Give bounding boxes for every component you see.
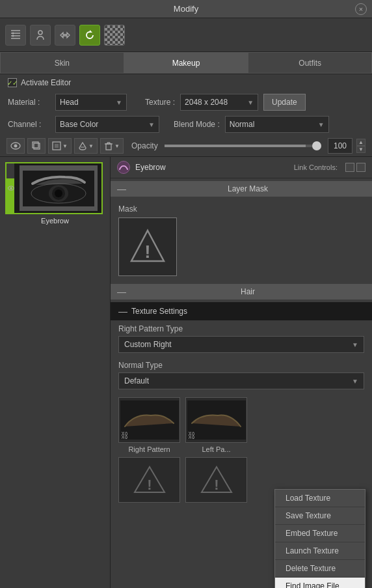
tab-outfits[interactable]: Outfits <box>248 52 372 74</box>
tab-skin[interactable]: Skin <box>0 52 124 74</box>
close-button[interactable]: × <box>355 3 367 15</box>
eye-button[interactable] <box>7 138 25 154</box>
opacity-slider[interactable] <box>165 145 321 147</box>
right-pattern-row: Right Pattern Type Custom Right ▼ <box>111 320 372 357</box>
channel-select-arrow: ▼ <box>148 121 155 128</box>
activate-editor-label: Activate Editor <box>21 78 71 87</box>
embed-texture-item[interactable]: Embed Texture <box>275 525 365 542</box>
load-texture-item[interactable]: Load Texture <box>275 490 365 507</box>
layer-mask-collapse: — <box>117 184 126 194</box>
hair-section-header[interactable]: — Hair <box>111 284 372 300</box>
left-pattern-img <box>187 400 246 440</box>
warn-icon-1: ! <box>133 464 166 496</box>
right-chain-icon: ⛓ <box>121 431 129 440</box>
blend-mode-select[interactable]: Normal ▼ <box>225 116 329 133</box>
layer-name: Eyebrow <box>135 163 289 172</box>
layer-thumbnail[interactable] <box>5 162 103 214</box>
update-button[interactable]: Update <box>263 94 306 111</box>
svg-text:!: ! <box>144 242 150 262</box>
layer-mask-section-header[interactable]: — Layer Mask <box>111 181 372 197</box>
mask-label: Mask <box>118 204 364 214</box>
warn-thumb-1[interactable]: ! <box>118 457 180 503</box>
warn-thumb-2[interactable]: ! <box>185 457 247 503</box>
activate-editor-checkbox[interactable]: ✓ <box>8 78 17 87</box>
title-bar: Modify × <box>0 0 372 18</box>
icon-toolbar: ▼ ▼ ▼ Opacity 100 ▲ ▼ <box>0 135 372 157</box>
thumb-eye-icon <box>8 186 14 191</box>
toolbar-btn-checkered[interactable] <box>104 25 125 46</box>
window-title: Modify <box>174 4 198 14</box>
toolbar-btn-arrows[interactable] <box>55 25 75 46</box>
channel-label: Channel : <box>8 120 50 129</box>
svg-point-20 <box>10 188 12 189</box>
material-select[interactable]: Head ▼ <box>55 94 127 111</box>
bucket-icon <box>78 141 87 150</box>
right-pattern-thumb[interactable]: ⛓ <box>118 397 180 443</box>
channel-select[interactable]: Base Color ▼ <box>55 116 159 133</box>
eye-icon <box>10 142 21 150</box>
ts-collapse: — <box>118 306 127 316</box>
activate-editor-row: ✓ Activate Editor <box>0 74 372 91</box>
right-pattern-arrow: ▼ <box>352 341 358 348</box>
tabs-row: Skin Makeup Outfits <box>0 52 372 74</box>
link-boxes <box>345 163 365 172</box>
opacity-label: Opacity <box>131 141 158 150</box>
copy-button[interactable] <box>27 138 46 154</box>
trash-icon <box>104 141 113 150</box>
right-panel: Eyebrow Link Controls: — Layer Mask Mask… <box>111 157 372 588</box>
right-pattern-thumb-item: ⛓ Right Pattern <box>118 397 180 453</box>
right-pattern-select[interactable]: Custom Right ▼ <box>118 336 364 353</box>
opacity-value[interactable]: 100 <box>328 138 352 154</box>
svg-marker-7 <box>90 30 92 33</box>
opacity-up[interactable]: ▲ <box>356 139 365 146</box>
svg-point-5 <box>12 35 14 36</box>
opacity-down[interactable]: ▼ <box>356 146 365 153</box>
layer-label: Eyebrow <box>5 217 105 225</box>
texture-select[interactable]: 2048 x 2048 ▼ <box>180 94 258 111</box>
svg-point-6 <box>38 31 42 35</box>
channel-row: Channel : Base Color ▼ Blend Mode : Norm… <box>0 113 372 135</box>
save-texture-item[interactable]: Save Texture <box>275 507 365 525</box>
hair-collapse: — <box>117 287 126 297</box>
copy-icon <box>32 141 41 150</box>
launch-texture-item[interactable]: Launch Texture <box>275 542 365 560</box>
left-pattern-thumb[interactable]: ⛓ <box>185 397 247 443</box>
toolbar-btn-figure[interactable] <box>30 25 51 46</box>
link-controls-label: Link Controls: <box>294 163 338 171</box>
tab-makeup[interactable]: Makeup <box>124 52 248 74</box>
right-pattern-eyebrow-svg <box>122 404 177 436</box>
normal-type-select[interactable]: Default ▼ <box>118 372 364 389</box>
delete-texture-item[interactable]: Delete Texture <box>275 560 365 578</box>
layer-icon <box>117 161 130 174</box>
texture-settings-header[interactable]: — Texture Settings <box>111 302 372 320</box>
main-content: Eyebrow Eyebrow Link Controls: — Layer M… <box>0 157 372 588</box>
mask-section: Mask ! <box>111 199 372 281</box>
link-box-1[interactable] <box>345 163 354 172</box>
hair-title: Hair <box>130 287 365 296</box>
layer-mask-title: Layer Mask <box>130 184 365 193</box>
context-menu: Load Texture Save Texture Embed Texture … <box>274 489 365 588</box>
toolbar-btn-grid[interactable] <box>5 25 26 46</box>
arrows-icon <box>59 29 71 41</box>
find-image-file-item[interactable]: Find Image File <box>275 578 365 588</box>
mask-thumbnail[interactable]: ! <box>118 217 177 276</box>
normal-type-row: Normal Type Default ▼ <box>111 357 372 393</box>
warning-triangle-icon: ! <box>128 227 167 266</box>
eyebrow-svg <box>23 171 94 206</box>
material-label: Material : <box>8 98 50 107</box>
warn-icon-2: ! <box>200 464 233 496</box>
svg-point-25 <box>55 189 62 197</box>
blend-mode-arrow: ▼ <box>318 121 325 128</box>
trash-button[interactable]: ▼ <box>100 138 124 154</box>
refresh-icon <box>84 29 96 41</box>
bucket-button[interactable]: ▼ <box>74 138 98 154</box>
grid-icon <box>10 29 21 41</box>
opacity-spinner: ▲ ▼ <box>356 139 365 153</box>
frame-button[interactable]: ▼ <box>48 138 72 154</box>
figure-icon <box>34 29 46 41</box>
svg-point-9 <box>14 145 18 148</box>
main-toolbar <box>0 18 372 52</box>
link-box-2[interactable] <box>356 163 365 172</box>
toolbar-btn-refresh[interactable] <box>79 25 100 46</box>
texture-select-arrow: ▼ <box>247 99 254 106</box>
